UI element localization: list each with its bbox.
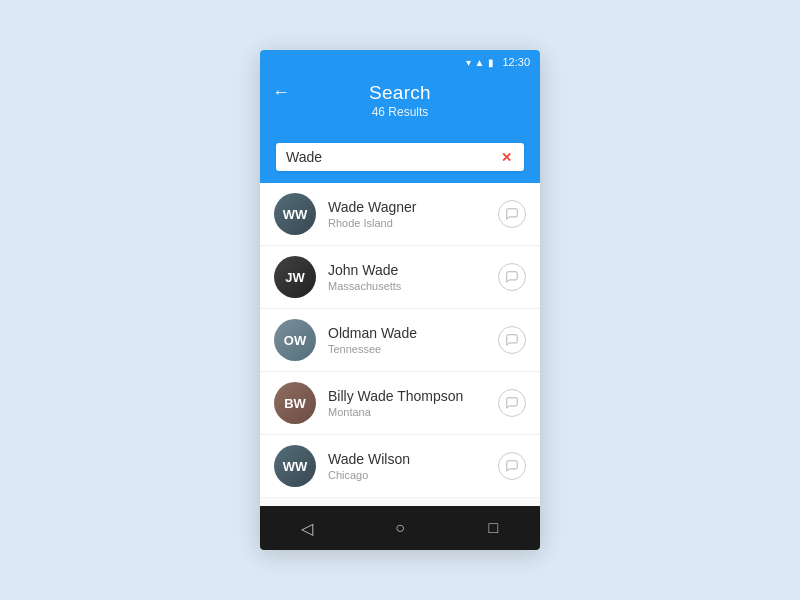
status-bar: ▾ ▲ ▮ 12:30 bbox=[260, 50, 540, 74]
home-nav-button[interactable]: ○ bbox=[384, 512, 416, 544]
item-info: Billy Wade Thompson Montana bbox=[328, 388, 498, 418]
chat-button[interactable] bbox=[498, 263, 526, 291]
item-name: Oldman Wade bbox=[328, 325, 498, 341]
back-nav-button[interactable]: ◁ bbox=[291, 512, 323, 544]
list-item[interactable]: BW Billy Wade Thompson Montana bbox=[260, 372, 540, 435]
status-time: 12:30 bbox=[502, 56, 530, 68]
item-location: Chicago bbox=[328, 469, 498, 481]
avatar: BW bbox=[274, 382, 316, 424]
bottom-nav: ◁ ○ □ bbox=[260, 506, 540, 550]
avatar: JW bbox=[274, 256, 316, 298]
chat-button[interactable] bbox=[498, 389, 526, 417]
item-info: Wade Wagner Rhode Island bbox=[328, 199, 498, 229]
clear-button[interactable]: ✕ bbox=[499, 150, 514, 165]
signal-icon: ▲ bbox=[475, 57, 485, 68]
recent-nav-button[interactable]: □ bbox=[477, 512, 509, 544]
avatar: WW bbox=[274, 445, 316, 487]
back-button[interactable]: ← bbox=[272, 82, 290, 103]
search-box: ✕ bbox=[276, 143, 524, 171]
item-location: Rhode Island bbox=[328, 217, 498, 229]
item-location: Tennessee bbox=[328, 343, 498, 355]
search-input[interactable] bbox=[286, 149, 499, 165]
list-item[interactable]: WW Wade Wagner Rhode Island bbox=[260, 183, 540, 246]
item-name: John Wade bbox=[328, 262, 498, 278]
header: ← Search 46 Results bbox=[260, 74, 540, 133]
item-info: Oldman Wade Tennessee bbox=[328, 325, 498, 355]
item-name: Wade Wilson bbox=[328, 451, 498, 467]
phone-container: ▾ ▲ ▮ 12:30 ← Search 46 Results ✕ WW Wad… bbox=[260, 50, 540, 550]
chat-button[interactable] bbox=[498, 452, 526, 480]
page-title: Search bbox=[369, 82, 431, 104]
avatar: OW bbox=[274, 319, 316, 361]
chat-button[interactable] bbox=[498, 200, 526, 228]
item-info: John Wade Massachusetts bbox=[328, 262, 498, 292]
item-location: Montana bbox=[328, 406, 498, 418]
list-item[interactable]: WW Wade Wilson Chicago bbox=[260, 435, 540, 498]
item-name: Billy Wade Thompson bbox=[328, 388, 498, 404]
chat-button[interactable] bbox=[498, 326, 526, 354]
results-count: 46 Results bbox=[372, 105, 429, 119]
battery-icon: ▮ bbox=[488, 57, 494, 68]
item-name: Wade Wagner bbox=[328, 199, 498, 215]
item-location: Massachusetts bbox=[328, 280, 498, 292]
wifi-icon: ▾ bbox=[466, 57, 471, 68]
avatar: WW bbox=[274, 193, 316, 235]
search-container: ✕ bbox=[260, 133, 540, 183]
list-item[interactable]: JW John Wade Massachusetts bbox=[260, 246, 540, 309]
list-item[interactable]: OW Oldman Wade Tennessee bbox=[260, 309, 540, 372]
item-info: Wade Wilson Chicago bbox=[328, 451, 498, 481]
results-list: WW Wade Wagner Rhode Island JW John Wade… bbox=[260, 183, 540, 506]
